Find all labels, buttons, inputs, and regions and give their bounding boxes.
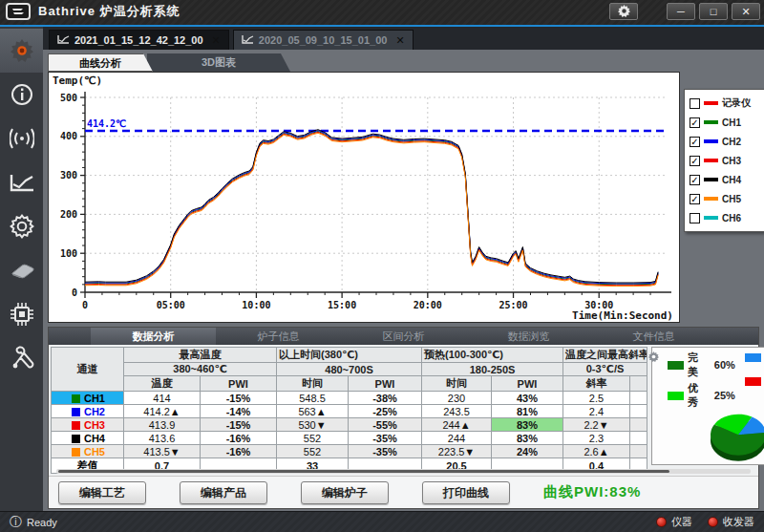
channel-color-swatch: [72, 394, 80, 403]
data-cell: 530▼: [277, 418, 349, 432]
channel-cell[interactable]: CH4: [52, 432, 124, 445]
legend-item-CH5[interactable]: ✓CH5: [690, 189, 760, 208]
status-bar: ⓘ Ready 仪器 收发器: [0, 511, 764, 532]
sidebar-item-tools[interactable]: [0, 336, 43, 380]
table-row-CH2[interactable]: CH2414.2▲-14%563▲-25%243.581%2.4: [52, 405, 647, 418]
legend-checkbox[interactable]: ✓: [690, 175, 700, 185]
data-cell: 548.5: [277, 392, 349, 405]
legend-checkbox[interactable]: ✓: [690, 117, 700, 128]
legend-item-记录仪[interactable]: 记录仪: [690, 94, 760, 113]
curve-icon: [10, 173, 34, 192]
legend-checkbox[interactable]: ✓: [690, 156, 700, 166]
action-button-row: 编辑工艺编辑产品编辑炉子打印曲线曲线PWI:83%: [49, 476, 758, 508]
titlebar-settings-button[interactable]: [609, 3, 638, 20]
pie-legend-label: 完美: [688, 351, 707, 379]
col-header: PWI: [349, 376, 422, 392]
col-group-title: 温度之间最高斜率(1: [563, 348, 647, 363]
data-cell: 24%: [492, 445, 563, 458]
data-cell: [630, 418, 647, 432]
legend-color-swatch: [704, 120, 718, 124]
col-group-range: 180-250S: [422, 363, 563, 376]
analysis-tab-4[interactable]: 文件信息: [591, 328, 716, 345]
horizontal-scrollbar[interactable]: [56, 469, 751, 474]
maximize-button[interactable]: □: [699, 3, 728, 20]
svg-text:05:00: 05:00: [157, 300, 185, 310]
view-tab-bar: 曲线分析 3D图表: [48, 53, 761, 72]
channel-label: CH2: [84, 406, 105, 417]
data-cell: 2.6▲: [563, 445, 630, 458]
table-row-CH4[interactable]: CH4413.6-16%552-35%24483%2.3: [52, 432, 647, 445]
svg-text:25:00: 25:00: [499, 300, 527, 310]
legend-checkbox[interactable]: [690, 98, 700, 109]
legend-checkbox[interactable]: ✓: [690, 194, 700, 204]
button-1[interactable]: 编辑产品: [180, 481, 267, 504]
sidebar-item-eraser[interactable]: [0, 248, 43, 292]
tab-3d-chart[interactable]: 3D图表: [147, 53, 290, 72]
legend-label: CH5: [722, 194, 741, 204]
svg-text:100: 100: [60, 248, 77, 259]
table-row-CH3[interactable]: CH3413.9-15%530▼-55%244▲83%2.2▼: [52, 418, 647, 432]
channel-label: CH1: [84, 393, 105, 404]
legend-item-CH4[interactable]: ✓CH4: [690, 170, 760, 189]
data-cell: 552: [277, 445, 349, 458]
file-tab-close-icon[interactable]: ✕: [208, 34, 221, 47]
data-cell: 414: [124, 392, 201, 405]
button-0[interactable]: 编辑工艺: [58, 481, 146, 504]
legend-checkbox[interactable]: [690, 213, 700, 223]
pie-settings-icon[interactable]: [648, 351, 659, 364]
eraser-icon: [9, 262, 35, 279]
svg-text:Temp(℃): Temp(℃): [53, 74, 102, 87]
data-cell: 414.2▲: [124, 405, 201, 418]
svg-text:15:00: 15:00: [328, 300, 356, 310]
button-3[interactable]: 打印曲线: [422, 481, 510, 504]
legend-color-swatch: [704, 216, 718, 220]
data-cell: -15%: [201, 392, 277, 405]
button-2[interactable]: 编辑炉子: [301, 481, 389, 504]
legend-item-CH6[interactable]: CH6: [690, 208, 760, 227]
channel-cell[interactable]: CH5: [52, 445, 124, 458]
file-tab-close-icon[interactable]: ✕: [392, 34, 404, 47]
minimize-button[interactable]: ─: [667, 3, 695, 20]
close-button[interactable]: ✕: [732, 3, 760, 20]
data-cell: -25%: [349, 405, 422, 418]
legend-label: CH4: [722, 175, 741, 185]
channel-cell[interactable]: CH1: [52, 392, 124, 405]
legend-color-swatch: [704, 139, 718, 143]
tab-curve-analysis[interactable]: 曲线分析: [48, 53, 153, 72]
analysis-tab-0[interactable]: 数据分析: [91, 328, 216, 345]
app-title: Bathrive 炉温分析系统: [38, 3, 180, 20]
sidebar-item-gear-outline[interactable]: [0, 204, 43, 248]
legend-item-CH2[interactable]: ✓CH2: [690, 132, 760, 151]
data-cell: 43%: [492, 392, 563, 405]
table-row-CH5[interactable]: CH5413.5▼-16%552-35%223.5▼24%2.6▲: [52, 445, 647, 458]
data-cell: 81%: [492, 405, 563, 418]
channel-cell[interactable]: CH3: [52, 418, 124, 432]
temperature-chart[interactable]: 0100200300400500005:0010:0015:0020:0025:…: [48, 72, 680, 323]
sidebar-item-gear-color[interactable]: [0, 29, 43, 73]
scrollbar-thumb[interactable]: [58, 470, 669, 473]
pie-legend-item-合格: 合格15%: [745, 351, 764, 365]
analysis-tab-1[interactable]: 炉子信息: [216, 328, 341, 345]
curve-file-icon: [242, 34, 254, 46]
sidebar-item-curve[interactable]: [0, 160, 43, 204]
sidebar-item-chip[interactable]: [0, 292, 43, 336]
sidebar-item-info[interactable]: [0, 73, 43, 117]
pie-legend-swatch: [668, 361, 684, 370]
channel-cell[interactable]: CH2: [52, 405, 124, 418]
svg-text:Time(Min:Second): Time(Min:Second): [572, 309, 673, 322]
data-cell: 2.2▼: [563, 418, 630, 432]
analysis-table: 通道最高温度以上时间(380℃)预热(100-300℃)温度之间最高斜率(138…: [51, 347, 647, 474]
table-row-CH1[interactable]: CH1414-15%548.5-38%23043%2.5: [52, 392, 647, 405]
col-header: [630, 376, 647, 392]
svg-text:300: 300: [60, 170, 77, 181]
legend-item-CH3[interactable]: ✓CH3: [690, 151, 760, 170]
analysis-tab-3[interactable]: 数据浏览: [466, 328, 591, 345]
legend-checkbox[interactable]: ✓: [690, 137, 700, 147]
wireless-icon: [10, 128, 34, 149]
file-tab-0[interactable]: 2021_01_15_12_42_12_00✕: [49, 30, 229, 50]
pie-legend-item-完美: 完美60%: [668, 351, 735, 379]
file-tab-1[interactable]: 2020_05_09_10_15_01_00✕: [233, 30, 414, 50]
analysis-tab-2[interactable]: 区间分析: [341, 328, 466, 345]
sidebar-item-wireless[interactable]: [0, 117, 43, 160]
legend-item-CH1[interactable]: ✓CH1: [690, 113, 760, 132]
